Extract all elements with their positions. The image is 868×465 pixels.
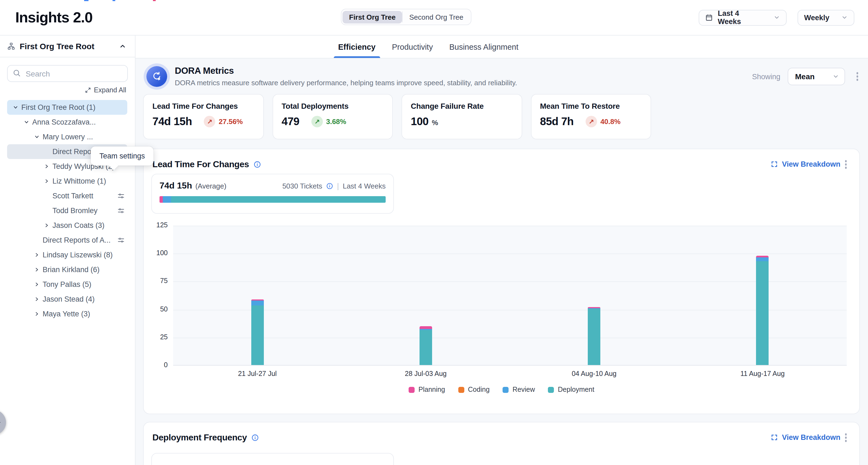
tree-item[interactable]: Jason Coats (3) [7, 218, 127, 233]
legend-item-planning[interactable]: Planning [409, 386, 445, 394]
aggregation-value: Mean [795, 72, 815, 81]
stacked-bar-11-aug-17-aug[interactable] [756, 255, 769, 365]
tree-item[interactable]: Tony Pallas (5) [7, 277, 127, 292]
team-settings-icon[interactable] [117, 207, 125, 215]
tree-item-label: Brian Kirkland (6) [42, 266, 100, 274]
metric-card: Lead Time For Changes74d 15h↗27.56% [143, 94, 264, 140]
stacked-bar-28-jul-03-aug[interactable] [420, 327, 432, 365]
expand-all-button[interactable]: Expand All [0, 86, 126, 94]
metric-value: 100 [411, 115, 429, 128]
granularity-select[interactable]: Weekly [798, 9, 854, 25]
legend-label: Planning [418, 386, 445, 394]
showing-label: Showing [752, 72, 780, 81]
chevron-right-icon[interactable] [44, 164, 53, 169]
tree-item[interactable]: Todd Bromley [7, 203, 127, 218]
metric-card: Total Deployments479↗3.68% [272, 94, 393, 140]
tree-item[interactable]: Direct Reports of A... [7, 233, 127, 248]
tree-item[interactable]: Lindsay Liszewski (8) [7, 248, 127, 262]
chevron-right-icon[interactable] [34, 267, 42, 272]
info-icon[interactable] [251, 434, 259, 441]
info-icon[interactable] [326, 182, 333, 189]
org-tree-list: First Org Tree Root (1)Anna Scozzafava..… [0, 100, 135, 321]
tree-item[interactable]: Anna Scozzafava... [7, 115, 127, 129]
tree-item[interactable]: Brian Kirkland (6) [7, 262, 127, 277]
tree-item[interactable]: Liz Whittome (1) [7, 174, 127, 188]
info-icon[interactable] [253, 161, 261, 168]
bar-segment-review [163, 196, 171, 203]
legend-item-coding[interactable]: Coding [458, 386, 490, 394]
chevron-right-icon[interactable] [34, 297, 42, 302]
bar-segment-deployment [251, 306, 264, 365]
gridline [173, 226, 847, 226]
chevron-right-icon[interactable] [44, 179, 53, 184]
y-axis-tick: 0 [144, 361, 168, 369]
date-range-select[interactable]: Last 4 Weeks [699, 9, 786, 25]
efficiency-panel: DORA Metrics DORA metrics measure softwa… [135, 59, 868, 465]
org-toggle-first[interactable]: First Org Tree [342, 11, 402, 23]
tab-productivity[interactable]: Productivity [392, 35, 433, 58]
chevron-right-icon[interactable] [34, 282, 42, 287]
lead-time-menu-button[interactable] [843, 158, 848, 170]
page-title: Insights 2.0 [15, 9, 93, 26]
stacked-bar-04-aug-10-aug[interactable] [588, 307, 600, 365]
summary-period: Last 4 Weeks [343, 182, 386, 190]
summary-qualifier: (Average) [195, 182, 226, 190]
view-breakdown-button[interactable]: View Breakdown [771, 434, 840, 442]
search-input[interactable] [7, 65, 128, 82]
team-settings-icon[interactable] [117, 192, 125, 200]
tab-efficiency[interactable]: Efficiency [338, 35, 376, 58]
chevron-down-icon[interactable] [24, 120, 32, 125]
lead-time-chart: 21 Jul-27 Jul28 Jul-03 Aug04 Aug-10 Aug1… [144, 226, 859, 366]
expand-corners-icon [771, 434, 778, 441]
deployment-frequency-section: Deployment Frequency View Breakdown [143, 422, 860, 465]
x-axis-label: 11 Aug-17 Aug [740, 370, 785, 378]
chevron-right-icon[interactable] [34, 252, 42, 257]
team-settings-icon[interactable] [117, 236, 125, 244]
dora-menu-button[interactable] [855, 71, 860, 83]
metric-label: Total Deployments [282, 102, 383, 111]
gridline [173, 253, 847, 254]
x-axis-label: 21 Jul-27 Jul [238, 370, 277, 378]
metric-value: 479 [282, 115, 299, 128]
tree-item[interactable]: First Org Tree Root (1) [7, 100, 127, 115]
view-breakdown-button[interactable]: View Breakdown [771, 160, 840, 168]
tree-item[interactable]: Scott Tarkett [7, 188, 127, 203]
tree-item[interactable]: Maya Yette (3) [7, 307, 127, 321]
expand-corners-icon [771, 161, 778, 168]
deployment-frequency-title: Deployment Frequency [152, 433, 247, 443]
deployment-menu-button[interactable] [843, 432, 848, 443]
org-toggle-second[interactable]: Second Org Tree [403, 11, 470, 23]
tree-item[interactable]: Mary Lowery ... [7, 129, 127, 144]
tree-item[interactable]: Jason Stead (4) [7, 292, 127, 307]
stacked-bar-21-jul-27-jul[interactable] [251, 300, 264, 365]
legend-swatch [548, 386, 554, 393]
y-axis-tick: 25 [144, 333, 168, 341]
legend-item-review[interactable]: Review [503, 386, 535, 394]
chevron-down-icon[interactable] [13, 105, 21, 110]
meta-separator: | [337, 181, 339, 190]
metric-card: Mean Time To Restore85d 7h↗40.8% [531, 94, 651, 140]
chevron-down-icon[interactable] [34, 134, 42, 140]
lead-time-summary-card: 74d 15h (Average) 5030 Tickets | Last 4 … [151, 174, 394, 214]
dora-header: DORA Metrics DORA metrics measure softwa… [143, 66, 860, 87]
sidebar-collapse-button[interactable] [118, 41, 127, 51]
chevron-right-icon[interactable] [34, 311, 42, 316]
dora-title: DORA Metrics [175, 66, 517, 76]
browser-artifact [84, 0, 89, 1]
y-axis-tick: 100 [144, 249, 168, 257]
aggregation-select[interactable]: Mean [787, 68, 845, 85]
legend-swatch [409, 386, 414, 393]
tab-business-alignment[interactable]: Business Alignment [449, 35, 518, 58]
tree-item-label: First Org Tree Root (1) [21, 103, 96, 112]
trend-up-icon: ↗ [204, 116, 216, 127]
metric-value: 85d 7h [540, 115, 574, 128]
trend-up-icon: ↗ [311, 116, 323, 127]
tickets-count: 5030 Tickets [282, 182, 322, 190]
view-breakdown-label: View Breakdown [782, 434, 840, 442]
bar-segment-deployment [420, 330, 432, 365]
chevron-right-icon[interactable] [44, 223, 53, 228]
sidebar-title: First Org Tree Root [20, 41, 94, 51]
legend-item-deployment[interactable]: Deployment [548, 386, 594, 394]
search-icon [12, 69, 21, 79]
bar-segment-planning [159, 196, 163, 203]
